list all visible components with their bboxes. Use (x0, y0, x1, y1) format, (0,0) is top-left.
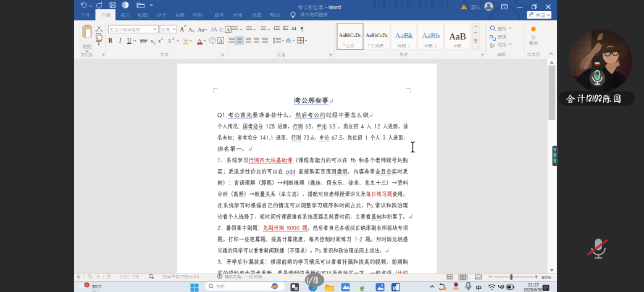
svg-text:- Word: - Word (325, 4, 341, 10)
svg-text:AaBb: AaBb (422, 31, 440, 40)
svg-text:¶: ¶ (301, 26, 303, 32)
svg-text:90%: 90% (542, 275, 551, 280)
svg-text:B: B (109, 38, 113, 44)
svg-text:2: 2 (161, 37, 163, 41)
svg-text:A: A (291, 27, 295, 31)
svg-text:AaBbCcDc: AaBbCcDc (339, 33, 361, 38)
svg-text:21:27: 21:27 (528, 282, 539, 288)
svg-text:2: 2 (154, 41, 156, 45)
svg-text:AaBbCcDc: AaBbCcDc (366, 33, 388, 38)
svg-text:abe: abe (140, 38, 148, 44)
svg-text:A: A (219, 38, 223, 44)
svg-text:5: 5 (86, 283, 88, 287)
svg-text:A: A (167, 38, 172, 44)
svg-text:2025/6/30: 2025/6/30 (524, 288, 542, 292)
svg-text:AaB: AaB (449, 31, 466, 41)
svg-text:A: A (188, 27, 193, 33)
svg-text:A: A (211, 27, 215, 33)
svg-text:W: W (393, 285, 398, 291)
svg-text:30°C: 30°C (92, 285, 102, 289)
svg-text:U: U (127, 38, 132, 44)
svg-text:Aa: Aa (198, 27, 204, 33)
svg-text:AaBk: AaBk (395, 31, 413, 40)
svg-text:A: A (198, 38, 202, 44)
svg-text:A: A (180, 26, 185, 33)
svg-text:e: e (360, 283, 364, 292)
